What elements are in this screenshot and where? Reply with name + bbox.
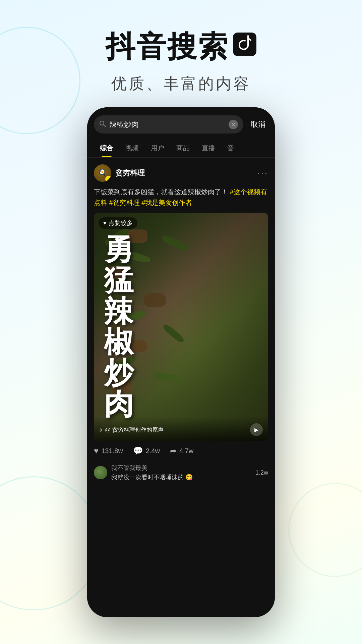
page-subtitle: 优质、丰富的内容	[0, 73, 362, 94]
play-button[interactable]: ▶	[250, 423, 263, 436]
svg-point-0	[100, 121, 104, 125]
video-sound-info: ♪ @ 贫穷料理创作的原声	[99, 426, 164, 434]
post-avatar-row: 🍳 ✓ 贫穷料理	[94, 164, 145, 182]
heart-icon: ♥	[103, 220, 107, 226]
comments-count: 2.4w	[146, 447, 160, 455]
phone-screen: 辣椒炒肉 ✕ 取消 综合 视频 用户 商品 直播	[87, 107, 275, 617]
tab-综合[interactable]: 综合	[94, 139, 119, 157]
clear-icon: ✕	[231, 121, 236, 128]
tab-用户[interactable]: 用户	[145, 139, 170, 157]
tab-bar: 综合 视频 用户 商品 直播 音	[87, 139, 275, 158]
shares-count: 4.7w	[179, 447, 193, 455]
video-background: 勇猛辣椒炒肉 ♥ 点赞较多 ♪ @ 贫穷料理创作的原声	[94, 213, 268, 441]
play-icon: ▶	[254, 427, 258, 433]
video-title-text: 勇猛辣椒炒肉	[104, 234, 134, 420]
comment-button[interactable]: 💬 2.4w	[133, 446, 160, 455]
search-clear-button[interactable]: ✕	[229, 120, 238, 129]
comment-text: 我就没一次看时不咽唾沫的 😋	[111, 473, 251, 481]
tiktok-logo-symbol	[238, 35, 251, 53]
avatar[interactable]: 🍳 ✓	[94, 164, 111, 182]
sound-text: @ 贫穷料理创作的原声	[105, 426, 164, 434]
content-area: 🍳 ✓ 贫穷料理 ··· 下饭菜到底有多凶猛，就看这道辣椒炒肉了！ #这个视频有…	[87, 158, 275, 617]
page-title: 抖音搜索	[106, 27, 229, 67]
share-icon: ➦	[170, 446, 177, 455]
share-button[interactable]: ➦ 4.7w	[170, 446, 193, 455]
phone-mockup: 辣椒炒肉 ✕ 取消 综合 视频 用户 商品 直播	[87, 107, 275, 617]
hashtag-3[interactable]: #我是美食创作者	[141, 199, 192, 206]
page-header: 抖音搜索 优质、丰富的内容	[0, 0, 362, 108]
verified-badge: ✓	[105, 176, 111, 182]
comment-content: 我不管我最美 我就没一次看时不咽唾沫的 😋	[111, 464, 251, 481]
comment-preview: 我不管我最美 我就没一次看时不咽唾沫的 😋 1.2w	[87, 459, 275, 486]
likes-badge-text: 点赞较多	[109, 219, 133, 227]
tab-直播[interactable]: 直播	[196, 139, 221, 157]
commenter-name: 我不管我最美	[111, 464, 251, 472]
video-thumbnail[interactable]: 勇猛辣椒炒肉 ♥ 点赞较多 ♪ @ 贫穷料理创作的原声	[94, 213, 268, 441]
post-username[interactable]: 贫穷料理	[115, 168, 145, 178]
tab-商品[interactable]: 商品	[170, 139, 196, 157]
bg-decoration-circle-br	[288, 483, 362, 577]
comment-likes: 1.2w	[255, 469, 268, 476]
tab-视频[interactable]: 视频	[119, 139, 145, 157]
bg-decoration-circle-bl	[0, 476, 101, 610]
commenter-avatar	[94, 466, 107, 479]
search-query-text: 辣椒炒肉	[109, 119, 225, 129]
commenter-avatar-image	[94, 466, 107, 479]
engagement-row: ♥ 131.8w 💬 2.4w ➦ 4.7w	[94, 441, 268, 459]
post-card: 🍳 ✓ 贫穷料理 ··· 下饭菜到底有多凶猛，就看这道辣椒炒肉了！ #这个视频有…	[87, 158, 275, 459]
tiktok-note-icon: ♪	[99, 426, 102, 433]
hashtag-2[interactable]: #贫穷料理	[109, 199, 140, 206]
comment-icon: 💬	[133, 446, 143, 455]
likes-count: 131.8w	[101, 447, 123, 455]
search-input-wrapper[interactable]: 辣椒炒肉 ✕	[94, 115, 243, 133]
video-overlay-text: 勇猛辣椒炒肉	[94, 213, 268, 441]
tab-音[interactable]: 音	[221, 139, 240, 157]
svg-line-1	[104, 125, 106, 127]
post-description: 下饭菜到底有多凶猛，就看这道辣椒炒肉了！ #这个视频有点料 #贫穷料理 #我是美…	[94, 186, 268, 208]
post-header: 🍳 ✓ 贫穷料理 ···	[94, 164, 268, 182]
like-button[interactable]: ♥ 131.8w	[94, 446, 123, 455]
search-bar-container: 辣椒炒肉 ✕ 取消	[87, 107, 275, 139]
likes-badge: ♥ 点赞较多	[99, 217, 137, 229]
search-cancel-button[interactable]: 取消	[248, 119, 268, 129]
title-row: 抖音搜索	[0, 27, 362, 67]
heart-icon: ♥	[94, 446, 99, 455]
search-icon	[99, 120, 106, 129]
post-menu-button[interactable]: ···	[257, 168, 268, 178]
tiktok-logo	[233, 33, 256, 56]
video-bottom-bar: ♪ @ 贫穷料理创作的原声 ▶	[94, 417, 268, 441]
